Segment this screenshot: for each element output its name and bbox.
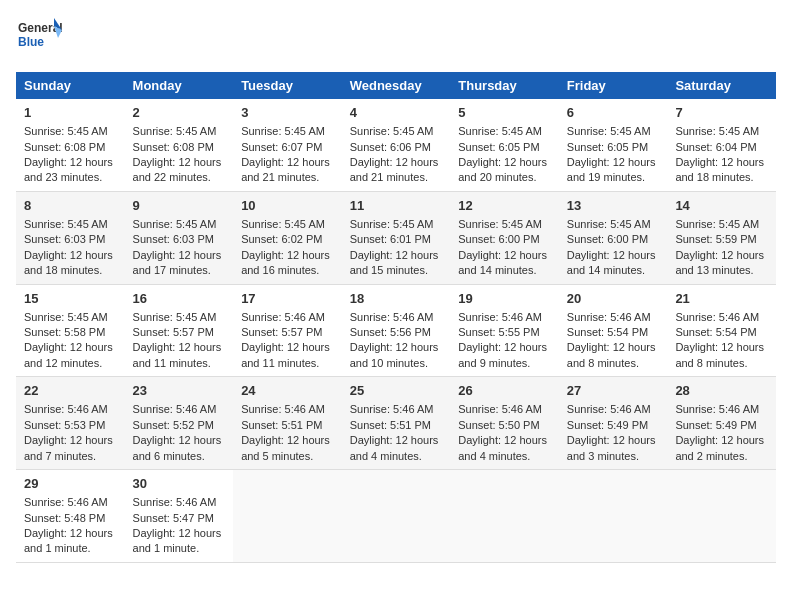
sunset-text: Sunset: 5:57 PM (241, 326, 322, 338)
calendar-cell: 26Sunrise: 5:46 AMSunset: 5:50 PMDayligh… (450, 377, 559, 470)
calendar-cell: 23Sunrise: 5:46 AMSunset: 5:52 PMDayligh… (125, 377, 234, 470)
sunrise-text: Sunrise: 5:46 AM (567, 311, 651, 323)
day-number: 21 (675, 290, 768, 308)
calendar-week-row: 15Sunrise: 5:45 AMSunset: 5:58 PMDayligh… (16, 284, 776, 377)
daylight-label: Daylight: 12 hours and 19 minutes. (567, 156, 656, 183)
calendar-cell: 9Sunrise: 5:45 AMSunset: 6:03 PMDaylight… (125, 191, 234, 284)
daylight-label: Daylight: 12 hours and 14 minutes. (567, 249, 656, 276)
sunrise-text: Sunrise: 5:46 AM (350, 403, 434, 415)
page-header: General Blue (16, 16, 776, 60)
header-wednesday: Wednesday (342, 72, 451, 99)
calendar-cell: 19Sunrise: 5:46 AMSunset: 5:55 PMDayligh… (450, 284, 559, 377)
calendar-cell: 22Sunrise: 5:46 AMSunset: 5:53 PMDayligh… (16, 377, 125, 470)
day-number: 13 (567, 197, 660, 215)
calendar-cell (450, 470, 559, 563)
sunrise-text: Sunrise: 5:46 AM (133, 496, 217, 508)
sunset-text: Sunset: 6:04 PM (675, 141, 756, 153)
calendar-cell: 10Sunrise: 5:45 AMSunset: 6:02 PMDayligh… (233, 191, 342, 284)
daylight-label: Daylight: 12 hours and 17 minutes. (133, 249, 222, 276)
sunrise-text: Sunrise: 5:46 AM (24, 496, 108, 508)
sunset-text: Sunset: 5:57 PM (133, 326, 214, 338)
sunrise-text: Sunrise: 5:46 AM (241, 403, 325, 415)
sunset-text: Sunset: 5:58 PM (24, 326, 105, 338)
sunrise-text: Sunrise: 5:45 AM (458, 125, 542, 137)
sunset-text: Sunset: 6:08 PM (133, 141, 214, 153)
sunset-text: Sunset: 6:03 PM (24, 233, 105, 245)
daylight-label: Daylight: 12 hours and 3 minutes. (567, 434, 656, 461)
day-number: 14 (675, 197, 768, 215)
daylight-label: Daylight: 12 hours and 1 minute. (24, 527, 113, 554)
sunrise-text: Sunrise: 5:46 AM (133, 403, 217, 415)
daylight-label: Daylight: 12 hours and 8 minutes. (567, 341, 656, 368)
calendar-table: SundayMondayTuesdayWednesdayThursdayFrid… (16, 72, 776, 563)
calendar-cell: 15Sunrise: 5:45 AMSunset: 5:58 PMDayligh… (16, 284, 125, 377)
sunrise-text: Sunrise: 5:45 AM (458, 218, 542, 230)
day-number: 30 (133, 475, 226, 493)
daylight-label: Daylight: 12 hours and 4 minutes. (350, 434, 439, 461)
calendar-cell: 18Sunrise: 5:46 AMSunset: 5:56 PMDayligh… (342, 284, 451, 377)
sunrise-text: Sunrise: 5:45 AM (241, 218, 325, 230)
day-number: 23 (133, 382, 226, 400)
day-number: 28 (675, 382, 768, 400)
day-number: 18 (350, 290, 443, 308)
calendar-week-row: 8Sunrise: 5:45 AMSunset: 6:03 PMDaylight… (16, 191, 776, 284)
calendar-cell: 3Sunrise: 5:45 AMSunset: 6:07 PMDaylight… (233, 99, 342, 191)
day-number: 11 (350, 197, 443, 215)
daylight-label: Daylight: 12 hours and 7 minutes. (24, 434, 113, 461)
calendar-cell: 25Sunrise: 5:46 AMSunset: 5:51 PMDayligh… (342, 377, 451, 470)
calendar-cell: 24Sunrise: 5:46 AMSunset: 5:51 PMDayligh… (233, 377, 342, 470)
calendar-cell: 30Sunrise: 5:46 AMSunset: 5:47 PMDayligh… (125, 470, 234, 563)
day-number: 10 (241, 197, 334, 215)
daylight-label: Daylight: 12 hours and 11 minutes. (241, 341, 330, 368)
daylight-label: Daylight: 12 hours and 16 minutes. (241, 249, 330, 276)
daylight-label: Daylight: 12 hours and 18 minutes. (675, 156, 764, 183)
day-number: 22 (24, 382, 117, 400)
calendar-week-row: 22Sunrise: 5:46 AMSunset: 5:53 PMDayligh… (16, 377, 776, 470)
day-number: 26 (458, 382, 551, 400)
sunrise-text: Sunrise: 5:46 AM (458, 311, 542, 323)
day-number: 25 (350, 382, 443, 400)
daylight-label: Daylight: 12 hours and 15 minutes. (350, 249, 439, 276)
sunset-text: Sunset: 6:05 PM (458, 141, 539, 153)
daylight-label: Daylight: 12 hours and 9 minutes. (458, 341, 547, 368)
sunset-text: Sunset: 5:52 PM (133, 419, 214, 431)
sunrise-text: Sunrise: 5:45 AM (567, 218, 651, 230)
day-number: 5 (458, 104, 551, 122)
daylight-label: Daylight: 12 hours and 21 minutes. (350, 156, 439, 183)
calendar-cell: 11Sunrise: 5:45 AMSunset: 6:01 PMDayligh… (342, 191, 451, 284)
calendar-cell: 13Sunrise: 5:45 AMSunset: 6:00 PMDayligh… (559, 191, 668, 284)
day-number: 1 (24, 104, 117, 122)
daylight-label: Daylight: 12 hours and 1 minute. (133, 527, 222, 554)
header-saturday: Saturday (667, 72, 776, 99)
calendar-cell: 28Sunrise: 5:46 AMSunset: 5:49 PMDayligh… (667, 377, 776, 470)
sunrise-text: Sunrise: 5:45 AM (350, 125, 434, 137)
calendar-cell: 21Sunrise: 5:46 AMSunset: 5:54 PMDayligh… (667, 284, 776, 377)
sunset-text: Sunset: 5:55 PM (458, 326, 539, 338)
day-number: 3 (241, 104, 334, 122)
day-number: 2 (133, 104, 226, 122)
sunset-text: Sunset: 5:54 PM (567, 326, 648, 338)
calendar-cell: 20Sunrise: 5:46 AMSunset: 5:54 PMDayligh… (559, 284, 668, 377)
calendar-week-row: 29Sunrise: 5:46 AMSunset: 5:48 PMDayligh… (16, 470, 776, 563)
day-number: 17 (241, 290, 334, 308)
calendar-cell: 6Sunrise: 5:45 AMSunset: 6:05 PMDaylight… (559, 99, 668, 191)
header-tuesday: Tuesday (233, 72, 342, 99)
logo-svg: General Blue (16, 16, 66, 60)
daylight-label: Daylight: 12 hours and 2 minutes. (675, 434, 764, 461)
sunrise-text: Sunrise: 5:46 AM (458, 403, 542, 415)
calendar-cell (233, 470, 342, 563)
sunset-text: Sunset: 6:06 PM (350, 141, 431, 153)
daylight-label: Daylight: 12 hours and 5 minutes. (241, 434, 330, 461)
day-number: 16 (133, 290, 226, 308)
day-number: 20 (567, 290, 660, 308)
sunset-text: Sunset: 6:00 PM (567, 233, 648, 245)
day-number: 6 (567, 104, 660, 122)
sunrise-text: Sunrise: 5:46 AM (567, 403, 651, 415)
daylight-label: Daylight: 12 hours and 23 minutes. (24, 156, 113, 183)
calendar-cell: 8Sunrise: 5:45 AMSunset: 6:03 PMDaylight… (16, 191, 125, 284)
sunset-text: Sunset: 5:54 PM (675, 326, 756, 338)
daylight-label: Daylight: 12 hours and 22 minutes. (133, 156, 222, 183)
sunrise-text: Sunrise: 5:46 AM (675, 403, 759, 415)
calendar-cell: 27Sunrise: 5:46 AMSunset: 5:49 PMDayligh… (559, 377, 668, 470)
daylight-label: Daylight: 12 hours and 12 minutes. (24, 341, 113, 368)
